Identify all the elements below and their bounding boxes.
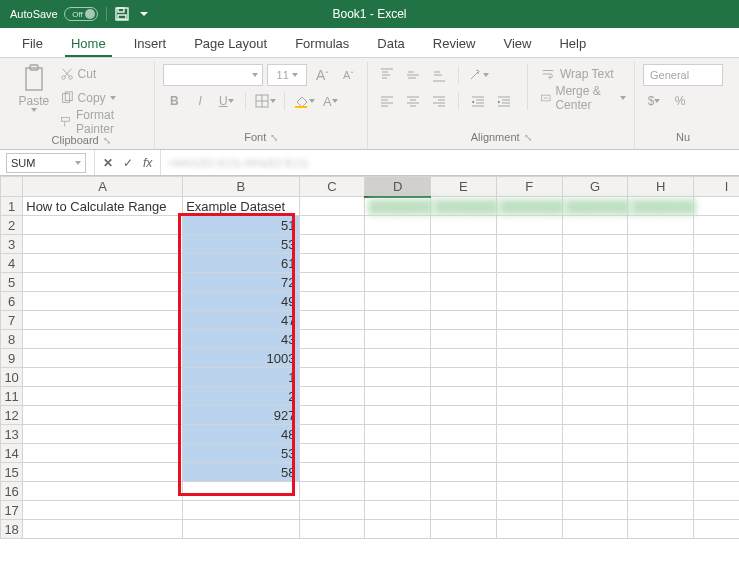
cell-A3[interactable]: [23, 235, 183, 254]
tab-file[interactable]: File: [8, 30, 57, 57]
cell-B15[interactable]: 58: [183, 463, 299, 482]
merge-center-button[interactable]: Merge & Center: [540, 88, 626, 108]
orientation-button[interactable]: [467, 64, 489, 86]
cell-I9[interactable]: [694, 349, 739, 368]
cell-G3[interactable]: [562, 235, 628, 254]
cell-E14[interactable]: [431, 444, 497, 463]
cell-G5[interactable]: [562, 273, 628, 292]
cell-C11[interactable]: [299, 387, 365, 406]
cell-F2[interactable]: [496, 216, 562, 235]
copy-button[interactable]: Copy: [60, 88, 147, 108]
cell-I17[interactable]: [694, 501, 739, 520]
align-top-button[interactable]: [376, 64, 398, 86]
format-painter-button[interactable]: Format Painter: [60, 112, 147, 132]
cell-G8[interactable]: [562, 330, 628, 349]
cell-F7[interactable]: [496, 311, 562, 330]
cell-A16[interactable]: [23, 482, 183, 501]
cell-B16[interactable]: [183, 482, 299, 501]
cell-G9[interactable]: [562, 349, 628, 368]
cell-E7[interactable]: [431, 311, 497, 330]
cell-A17[interactable]: [23, 501, 183, 520]
cell-B18[interactable]: [183, 520, 299, 539]
row-header-2[interactable]: 2: [1, 216, 23, 235]
row-header-3[interactable]: 3: [1, 235, 23, 254]
cell-H5[interactable]: [628, 273, 694, 292]
cell-A6[interactable]: [23, 292, 183, 311]
cell-G4[interactable]: [562, 254, 628, 273]
cell-E12[interactable]: [431, 406, 497, 425]
row-header-15[interactable]: 15: [1, 463, 23, 482]
cell-D9[interactable]: [365, 349, 431, 368]
cell-E13[interactable]: [431, 425, 497, 444]
cell-I2[interactable]: [694, 216, 739, 235]
cell-G17[interactable]: [562, 501, 628, 520]
cell-A1[interactable]: How to Calculate Range: [23, 197, 183, 216]
cell-H11[interactable]: [628, 387, 694, 406]
cell-G13[interactable]: [562, 425, 628, 444]
column-header-H[interactable]: H: [628, 177, 694, 197]
cell-F15[interactable]: [496, 463, 562, 482]
spreadsheet-grid[interactable]: ABCDEFGHI 1How to Calculate RangeExample…: [0, 176, 739, 585]
cell-D17[interactable]: [365, 501, 431, 520]
cell-H9[interactable]: [628, 349, 694, 368]
cell-C9[interactable]: [299, 349, 365, 368]
name-box[interactable]: SUM: [6, 153, 86, 173]
column-header-I[interactable]: I: [694, 177, 739, 197]
dialog-launcher-icon[interactable]: ⤡: [266, 132, 278, 143]
cell-F12[interactable]: [496, 406, 562, 425]
row-header-12[interactable]: 12: [1, 406, 23, 425]
cell-D16[interactable]: [365, 482, 431, 501]
tab-page-layout[interactable]: Page Layout: [180, 30, 281, 57]
cell-C7[interactable]: [299, 311, 365, 330]
cell-C12[interactable]: [299, 406, 365, 425]
cell-F8[interactable]: [496, 330, 562, 349]
cell-A13[interactable]: [23, 425, 183, 444]
row-header-17[interactable]: 17: [1, 501, 23, 520]
cell-C16[interactable]: [299, 482, 365, 501]
column-header-B[interactable]: B: [183, 177, 299, 197]
cell-E2[interactable]: [431, 216, 497, 235]
cell-F10[interactable]: [496, 368, 562, 387]
cell-I3[interactable]: [694, 235, 739, 254]
row-header-1[interactable]: 1: [1, 197, 23, 216]
cell-I8[interactable]: [694, 330, 739, 349]
percent-button[interactable]: %: [669, 90, 691, 112]
font-size-select[interactable]: 11: [267, 64, 307, 86]
cell-B5[interactable]: 72: [183, 273, 299, 292]
decrease-font-button[interactable]: Aˇ: [337, 64, 359, 86]
cell-B11[interactable]: 2: [183, 387, 299, 406]
cell-E8[interactable]: [431, 330, 497, 349]
cell-I13[interactable]: [694, 425, 739, 444]
cell-I5[interactable]: [694, 273, 739, 292]
cell-B4[interactable]: 61: [183, 254, 299, 273]
cell-I4[interactable]: [694, 254, 739, 273]
cell-A9[interactable]: [23, 349, 183, 368]
cell-E17[interactable]: [431, 501, 497, 520]
cell-H12[interactable]: [628, 406, 694, 425]
dialog-launcher-icon[interactable]: ⤡: [99, 135, 111, 146]
align-middle-button[interactable]: [402, 64, 424, 86]
decrease-indent-button[interactable]: [467, 90, 489, 112]
cut-button[interactable]: Cut: [60, 64, 147, 84]
cell-H13[interactable]: [628, 425, 694, 444]
cell-B12[interactable]: 927: [183, 406, 299, 425]
qat-dropdown-icon[interactable]: [133, 3, 155, 25]
tab-help[interactable]: Help: [545, 30, 600, 57]
cell-D6[interactable]: [365, 292, 431, 311]
cell-C17[interactable]: [299, 501, 365, 520]
tab-review[interactable]: Review: [419, 30, 490, 57]
cell-D14[interactable]: [365, 444, 431, 463]
align-left-button[interactable]: [376, 90, 398, 112]
italic-button[interactable]: I: [189, 90, 211, 112]
cell-C5[interactable]: [299, 273, 365, 292]
cell-C1[interactable]: [299, 197, 365, 216]
row-header-18[interactable]: 18: [1, 520, 23, 539]
cell-C3[interactable]: [299, 235, 365, 254]
cell-E15[interactable]: [431, 463, 497, 482]
tab-formulas[interactable]: Formulas: [281, 30, 363, 57]
cell-E4[interactable]: [431, 254, 497, 273]
cell-G18[interactable]: [562, 520, 628, 539]
cell-E9[interactable]: [431, 349, 497, 368]
row-header-6[interactable]: 6: [1, 292, 23, 311]
cell-D18[interactable]: [365, 520, 431, 539]
